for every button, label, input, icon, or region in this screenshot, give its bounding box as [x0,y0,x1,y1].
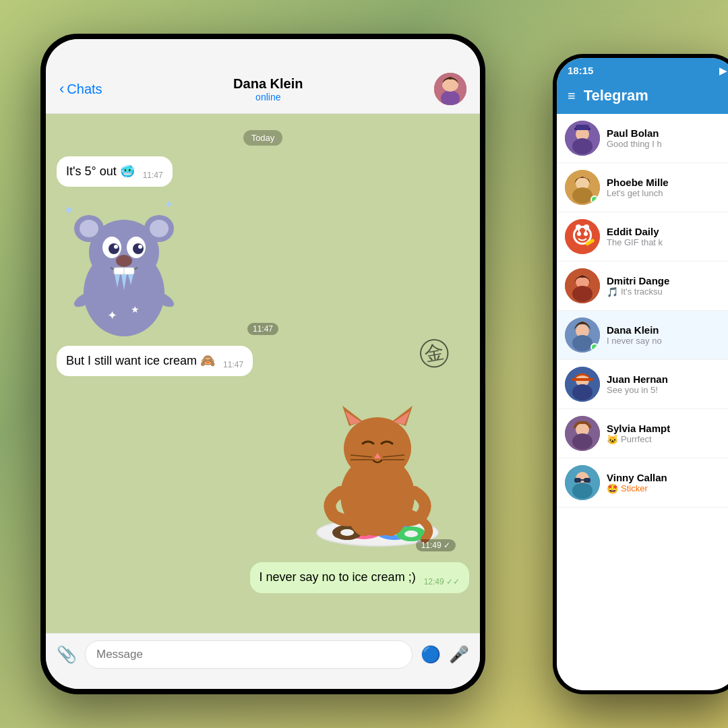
status-bar: 18:15 ▶ [557,58,728,80]
list-content: Dana Klein I never say no [607,324,728,346]
svg-point-16 [133,243,144,254]
attachment-icon[interactable]: 📎 [57,645,77,664]
sticker-time-cat: 11:49 ✓ [416,539,456,551]
sticker-row: ✦ ✦ ✦ [57,195,469,338]
list-content: Sylvia Hampt 🐱 Purrfect [607,423,728,445]
list-avatar [565,416,600,451]
svg-point-62 [576,224,581,230]
online-indicator [590,343,599,351]
list-avatar [565,170,600,205]
list-content: Vinny Callan 🤩 Sticker [607,472,728,494]
bubble-time: 12:49 ✓✓ [424,577,460,586]
list-avatar [565,465,600,500]
preview-emoji: 🤩 [607,483,618,494]
svg-point-19 [116,255,132,267]
chat-list: Paul Bolan Good thing I h Phoebe Mill [557,114,728,690]
list-item[interactable]: Vinny Callan 🤩 Sticker [557,458,728,508]
list-content: Juan Hernan See you in 5! [607,373,728,395]
bubble-time: 11:47 [143,171,163,180]
list-avatar [565,121,600,156]
preview-text: It's tracksu [621,286,663,297]
svg-point-69 [572,286,593,302]
list-name: Dmitri Dange [607,275,728,286]
header-center: Dana Klein online [109,76,427,102]
list-item[interactable]: Phoebe Mille Let's get lunch [557,163,728,212]
svg-point-63 [584,224,589,230]
list-name: Juan Hernan [607,373,728,385]
list-name: Sylvia Hampt [607,423,728,434]
left-phone: ‹ Chats Dana Klein online [40,34,485,694]
right-phone: 18:15 ▶ ≡ Telegram [553,54,728,694]
signal-icon: ▶ [719,65,727,76]
bubble-text: But I still want ice cream 🙈 [66,353,215,369]
list-preview: I never say no [607,336,728,346]
svg-point-39 [344,417,411,479]
message-input[interactable] [85,640,413,669]
list-item[interactable]: Juan Hernan See you in 5! [557,360,728,409]
svg-point-37 [340,529,354,536]
chat-body: Today It's 5° out 🥶 11:47 ✦ ✦ ✦ [46,114,480,633]
svg-point-18 [138,245,142,249]
preview-emoji: 🎵 [607,286,618,297]
list-preview: The GIF that k [607,237,728,247]
bubble-text: I never say no to ice cream ;) [260,569,416,586]
svg-rect-53 [576,125,589,130]
date-divider: Today [57,130,469,146]
contact-avatar[interactable] [434,73,466,105]
svg-text:✦: ✦ [164,199,173,210]
chat-input-bar: 📎 🔵 🎤 [46,633,480,689]
list-preview: 🐱 Purrfect [607,434,728,445]
list-preview: See you in 5! [607,385,728,395]
svg-text:✦: ✦ [107,309,117,322]
telegram-header: ≡ Telegram [557,80,728,114]
svg-point-75 [572,384,593,400]
svg-text:✦: ✦ [63,203,75,218]
mic-icon[interactable]: 🎤 [449,645,469,664]
svg-rect-76 [572,378,593,381]
list-name: Paul Bolan [607,127,728,139]
list-item[interactable]: Dana Klein I never say no [557,311,728,360]
incoming-bubble: But I still want ice cream 🙈 11:47 [57,346,253,376]
list-content: Dmitri Dange 🎵 It's tracksu [607,275,728,297]
list-item[interactable]: Paul Bolan Good thing I h [557,114,728,163]
online-indicator [590,195,599,204]
list-item[interactable]: Eddit Daily The GIF that k [557,212,728,262]
svg-point-51 [572,138,593,154]
svg-rect-83 [574,478,581,483]
list-avatar [565,367,600,402]
hamburger-icon[interactable]: ≡ [568,88,576,104]
list-preview: 🎵 It's tracksu [607,286,728,297]
svg-point-35 [404,530,418,537]
bubble-text: It's 5° out 🥶 [66,163,135,180]
list-preview: Let's get lunch [607,188,728,198]
list-avatar [565,317,600,353]
message-row: It's 5° out 🥶 11:47 [57,156,469,187]
list-item[interactable]: Sylvia Hampt 🐱 Purrfect [557,409,728,458]
list-preview: 🤩 Sticker [607,483,728,494]
message-row: But I still want ice cream 🙈 11:47 [57,346,469,376]
list-preview: Good thing I h [607,139,728,149]
svg-point-15 [109,243,119,254]
list-content: Phoebe Mille Let's get lunch [607,177,728,198]
date-badge: Today [243,130,283,146]
outgoing-bubble: I never say no to ice cream ;) 12:49 ✓✓ [250,562,469,593]
list-name: Dana Klein [607,324,728,336]
contact-status: online [109,92,427,102]
list-avatar [565,268,600,303]
emoji-icon[interactable]: 🔵 [421,645,441,664]
back-button[interactable]: ‹ Chats [59,80,102,98]
koala-sticker: ✦ ✦ ✦ [57,195,191,330]
sticker-time: 11:47 [247,323,278,335]
sticker-row-cat: 11:49 ✓ [57,384,464,554]
svg-point-17 [114,245,118,249]
contact-name: Dana Klein [109,76,427,92]
svg-text:★: ★ [131,304,140,315]
list-name: Phoebe Mille [607,177,728,188]
bubble-time: 11:47 [223,360,243,369]
incoming-bubble: It's 5° out 🥶 11:47 [57,156,173,187]
back-chevron-icon: ‹ [59,80,64,98]
svg-point-11 [80,220,98,237]
cat-sticker [297,384,458,546]
list-item[interactable]: Dmitri Dange 🎵 It's tracksu [557,262,728,311]
telegram-title: Telegram [584,87,648,104]
